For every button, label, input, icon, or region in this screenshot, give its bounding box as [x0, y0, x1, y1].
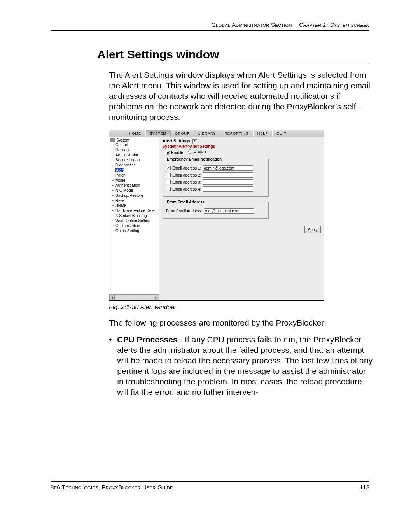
tree-item-label: Patch — [116, 173, 126, 177]
tree-item-network[interactable]: Network — [110, 147, 159, 152]
panel-title-text: Alert Settings — [163, 138, 191, 143]
help-icon[interactable]: ? — [192, 139, 197, 144]
email-input-3[interactable] — [203, 179, 253, 185]
menu-system[interactable]: SYSTEM — [145, 130, 171, 137]
menu-library[interactable]: LIBRARY — [194, 130, 220, 137]
email-row-1: Email address 1:admin@logo.com — [166, 165, 265, 171]
tree-item-label: Quota Setting — [116, 229, 139, 233]
tree-item-label: Network — [116, 148, 130, 152]
tree-item-label: Control — [116, 143, 128, 147]
tree-item-label: X Strikes Blocking — [116, 214, 147, 218]
tree-item-reset[interactable]: Reset — [110, 198, 159, 203]
email-checkbox-4[interactable] — [166, 187, 171, 191]
menu-quit[interactable]: QUIT — [272, 130, 324, 137]
tree-item-alert[interactable]: Alert — [110, 168, 159, 173]
tree-item-warn-option-setting[interactable]: Warn Option Setting — [110, 218, 159, 223]
email-label-2: Email address 2: — [172, 173, 201, 177]
apply-button[interactable]: Apply — [304, 226, 321, 233]
tree-item-nic-mode[interactable]: NIC Mode — [110, 188, 159, 193]
intro-paragraph: The Alert Settings window displays when … — [109, 70, 373, 122]
group1-legend: Emergency Email Notification — [166, 157, 222, 161]
figure-caption: Fig. 2:1-38 Alert window — [109, 304, 369, 311]
menu-home[interactable]: HOME — [125, 130, 145, 137]
bullet-marker: • — [109, 335, 112, 397]
tree-item-secure-logon[interactable]: Secure Logon — [110, 158, 159, 163]
tree-item-quota-setting[interactable]: Quota Setting — [110, 228, 159, 233]
email-label-3: Email address 3: — [172, 180, 201, 184]
footer-title: 8e6 Technologies, ProxyBlocker User Guid… — [51, 484, 173, 491]
tree-item-label: SNMP — [116, 203, 127, 208]
alert-settings-screenshot: HOME SYSTEM GROUP LIBRARY REPORTING HELP… — [109, 130, 324, 301]
email-row-3: Email address 3: — [166, 179, 265, 185]
tree-item-label: Backup/Restore — [116, 193, 143, 198]
tree-item-patch[interactable]: Patch — [110, 173, 159, 178]
disable-radio[interactable]: Disable — [188, 149, 206, 154]
email-input-1[interactable]: admin@logo.com — [203, 165, 253, 171]
tree-item-hardware-failure-detection[interactable]: Hardware Failure Detection — [110, 208, 159, 213]
breadcrumb: System>Alert>Alert Settings — [163, 144, 321, 149]
email-checkbox-2[interactable] — [166, 173, 171, 177]
tree-item-label: Warn Option Setting — [116, 219, 150, 223]
page-number: 113 — [360, 484, 369, 491]
bullet-text: CPU Processes - If any CPU process fails… — [117, 335, 373, 397]
tree-item-customization[interactable]: Customization — [110, 223, 159, 228]
tree-item-label: Hardware Failure Detection — [116, 209, 159, 213]
content-panel: Alert Settings ? System>Alert>Alert Sett… — [159, 137, 324, 300]
tree-item-label: Alert — [116, 168, 124, 172]
tree-item-label: Secure Logon — [116, 158, 140, 162]
tree-item-control[interactable]: Control — [110, 142, 159, 147]
tree-item-x-strikes-blocking[interactable]: X Strikes Blocking — [110, 213, 159, 218]
tree-item-mode[interactable]: Mode — [110, 178, 159, 183]
from-email-group: From Email Address From Email Address: r… — [163, 200, 269, 219]
header-chapter: Chapter 1: System screen — [299, 21, 369, 28]
bullet-body: - If any CPU process fails to run, the P… — [117, 335, 373, 396]
tree-item-label: Authentication — [116, 183, 140, 188]
email-checkbox-3[interactable] — [166, 180, 171, 184]
tree-item-label: Mode — [116, 178, 125, 182]
tree-item-authentication[interactable]: Authentication — [110, 183, 159, 188]
enable-disable-group: Enable Disable — [166, 149, 321, 155]
monitored-intro: The following processes are monitored by… — [109, 318, 373, 328]
email-input-2[interactable] — [203, 172, 253, 178]
menu-group[interactable]: GROUP — [171, 130, 194, 137]
radio-dot-icon — [166, 151, 170, 155]
email-label-4: Email address 4: — [172, 187, 201, 191]
menu-help[interactable]: HELP — [253, 130, 273, 137]
section-title: Alert Settings window — [97, 48, 369, 63]
page-header: Global Administrator Section Chapter 1: … — [51, 21, 369, 31]
panel-title: Alert Settings ? — [163, 138, 321, 144]
tree-item-label: Diagnostics — [116, 163, 136, 167]
page-footer: 8e6 Technologies, ProxyBlocker User Guid… — [51, 481, 369, 491]
from-email-label: From Email Address: — [166, 209, 202, 213]
scroll-left-icon[interactable]: ◄ — [109, 295, 115, 300]
tree-root-label: System — [116, 138, 129, 142]
tree-item-administrator[interactable]: Administrator — [110, 152, 159, 158]
tree-item-label: Administrator — [116, 153, 138, 157]
tree-item-diagnostics[interactable]: Diagnostics — [110, 163, 159, 168]
tree-scrollbar[interactable]: ◄ ► — [109, 294, 159, 300]
tree-root[interactable]: System — [110, 138, 159, 142]
app-menubar: HOME SYSTEM GROUP LIBRARY REPORTING HELP… — [109, 130, 324, 137]
bullet-label: CPU Processes — [117, 335, 177, 344]
from-email-input[interactable]: root@localhost.com — [204, 208, 254, 214]
tree-item-snmp[interactable]: SNMP — [110, 203, 159, 208]
radio-dot-icon — [188, 149, 192, 154]
email-checkbox-1[interactable] — [166, 166, 171, 170]
group2-legend: From Email Address — [166, 200, 205, 204]
enable-radio[interactable]: Enable — [166, 151, 183, 155]
email-label-1: Email address 1: — [172, 166, 201, 170]
email-row-4: Email address 4: — [166, 186, 265, 192]
bullet-cpu: • CPU Processes - If any CPU process fai… — [109, 335, 373, 397]
menu-reporting[interactable]: REPORTING — [220, 130, 253, 137]
tree-item-backup-restore[interactable]: Backup/Restore — [110, 193, 159, 198]
tree-item-label: NIC Mode — [116, 188, 133, 193]
tree-item-label: Reset — [116, 198, 126, 203]
tree-item-label: Customization — [116, 224, 140, 228]
email-input-4[interactable] — [203, 186, 253, 192]
disable-label: Disable — [194, 149, 206, 154]
scroll-right-icon[interactable]: ► — [154, 295, 159, 300]
email-row-2: Email address 2: — [166, 172, 265, 178]
nav-tree: System ControlNetworkAdministratorSecure… — [109, 137, 159, 300]
emergency-email-group: Emergency Email Notification Email addre… — [163, 157, 269, 197]
header-section: Global Administrator Section — [211, 21, 292, 28]
